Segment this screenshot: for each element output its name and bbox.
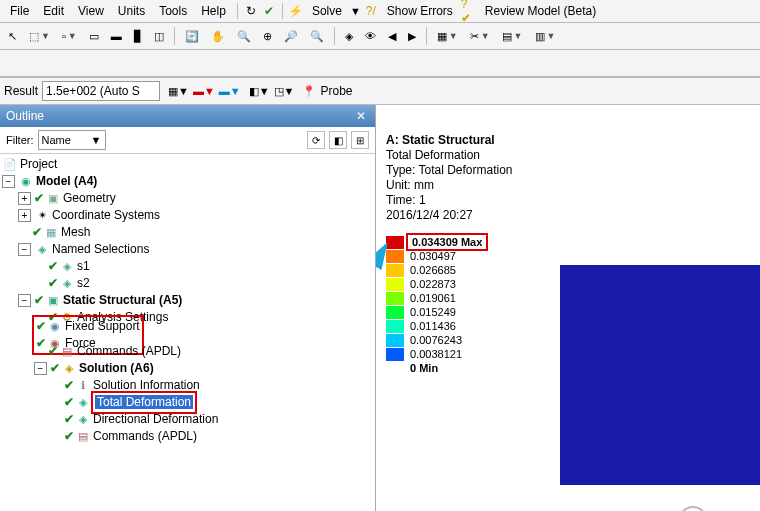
filter-label: Filter: xyxy=(6,134,34,146)
review-model-icon[interactable]: ?✔ xyxy=(461,3,477,19)
zoom-icon[interactable]: 🔎 xyxy=(280,28,302,45)
info-l2: Type: Total Deformation xyxy=(386,163,513,178)
rotate-icon[interactable]: 🔄 xyxy=(181,28,203,45)
menu-tools[interactable]: Tools xyxy=(153,2,193,20)
info-l3: Unit: mm xyxy=(386,178,513,193)
menu-view[interactable]: View xyxy=(72,2,110,20)
display-icon[interactable]: ▥▼ xyxy=(531,28,560,45)
graphics-viewer[interactable]: A: Static Structural Total Deformation T… xyxy=(376,105,760,511)
menu-help[interactable]: Help xyxy=(195,2,232,20)
solve-button[interactable]: Solve xyxy=(306,2,348,20)
menu-units[interactable]: Units xyxy=(112,2,151,20)
result-toolbar: Result 1.5e+002 (Auto S ▦▼ ▬▼ ▬▼ ◧▼ ◳▼ 📍… xyxy=(0,78,760,105)
legend-v8: 0.0038121 xyxy=(410,347,462,361)
cursor-tool-icon[interactable]: ↖ xyxy=(4,28,21,45)
info-l5: 2016/12/4 20:27 xyxy=(386,208,513,223)
box-select-icon[interactable]: ◫ xyxy=(150,28,168,45)
toolbar-display xyxy=(0,50,760,77)
model-geometry xyxy=(560,265,760,485)
zoom-box-icon[interactable]: 🔍 xyxy=(233,28,255,45)
section-icon[interactable]: ▦▼ xyxy=(433,28,462,45)
result-icon2[interactable]: ▬▼ xyxy=(193,85,215,97)
filter-expand-icon[interactable]: ⊞ xyxy=(351,131,369,149)
view-icon[interactable]: ▤▼ xyxy=(498,28,527,45)
body-select-icon[interactable]: ▊ xyxy=(130,28,146,45)
watermark-icon: ☻ xyxy=(678,506,708,511)
iso-view-icon[interactable]: ◈ xyxy=(341,28,357,45)
probe-button[interactable]: Probe xyxy=(320,84,352,98)
tree-coord[interactable]: +✴Coordinate Systems xyxy=(2,207,373,224)
zoom-fit-icon[interactable]: ⊕ xyxy=(259,28,276,45)
legend-v1: 0.030497 xyxy=(410,249,456,263)
tree-dirdef[interactable]: ✔◈Directional Deformation xyxy=(2,411,373,428)
toolbar-main: ↖ ⬚▼ ▫▼ ▭ ▬ ▊ ◫ 🔄 ✋ 🔍 ⊕ 🔎 🔍 ◈ 👁 ◀ ▶ ▦▼ ✂… xyxy=(0,23,760,50)
tree-s1[interactable]: ✔◈s1 xyxy=(2,258,373,275)
filter-row: Filter: Name▼ ⟳ ◧ ⊞ xyxy=(0,127,375,154)
tree-loads-group: ✔◉Fixed Support ✔◉Force xyxy=(2,326,373,343)
prev-view-icon[interactable]: ◀ xyxy=(384,28,400,45)
info-l1: Total Deformation xyxy=(386,148,513,163)
tree-mesh[interactable]: ✔▦Mesh xyxy=(2,224,373,241)
solve-icon[interactable]: ⚡ xyxy=(288,3,304,19)
tree-s2[interactable]: ✔◈s2 xyxy=(2,275,373,292)
outline-panel: Outline ✕ Filter: Name▼ ⟳ ◧ ⊞ 📄Project −… xyxy=(0,105,376,511)
legend-min: 0 Min xyxy=(410,361,438,375)
tree-named-sel[interactable]: −◈Named Selections xyxy=(2,241,373,258)
menu-file[interactable]: File xyxy=(4,2,35,20)
legend-v6: 0.011436 xyxy=(410,319,456,333)
menu-edit[interactable]: Edit xyxy=(37,2,70,20)
color-legend: 0.034309 Max 0.030497 0.026685 0.022873 … xyxy=(386,235,488,375)
result-scale-combo[interactable]: 1.5e+002 (Auto S xyxy=(42,81,160,101)
next-view-icon[interactable]: ▶ xyxy=(404,28,420,45)
menu-bar: File Edit View Units Tools Help ↻ ✔ ⚡ So… xyxy=(0,0,760,23)
outline-tree[interactable]: 📄Project −◉Model (A4) +✔▣Geometry +✴Coor… xyxy=(0,154,375,511)
explode-icon[interactable]: ✂▼ xyxy=(466,28,494,45)
outline-title-label: Outline xyxy=(6,109,44,123)
look-at-icon[interactable]: 👁 xyxy=(361,28,380,44)
edge-select-icon[interactable]: ▭ xyxy=(85,28,103,45)
outline-titlebar: Outline ✕ xyxy=(0,105,375,127)
vertex-select-icon[interactable]: ▫▼ xyxy=(58,28,81,44)
result-label: Result xyxy=(4,84,38,98)
face-select-icon[interactable]: ▬ xyxy=(107,28,126,44)
tree-totaldef-row[interactable]: ✔◈ Total Deformation xyxy=(2,394,373,411)
watermark: ☻ 技术邻 xyxy=(678,506,754,511)
tree-static[interactable]: −✔▣Static Structural (A5) xyxy=(2,292,373,309)
legend-v7: 0.0076243 xyxy=(410,333,462,347)
show-errors-icon[interactable]: ?/ xyxy=(363,3,379,19)
tree-fixed[interactable]: ✔◉Fixed Support xyxy=(36,318,140,335)
legend-v2: 0.026685 xyxy=(410,263,456,277)
legend-v5: 0.015249 xyxy=(410,305,456,319)
solve-dropdown-icon[interactable]: ▼ xyxy=(350,5,361,17)
result-icon3[interactable]: ▬▼ xyxy=(219,85,241,97)
legend-v4: 0.019061 xyxy=(410,291,456,305)
select-tool-icon[interactable]: ⬚▼ xyxy=(25,28,54,45)
review-model-button[interactable]: Review Model (Beta) xyxy=(479,2,602,20)
probe-icon[interactable]: 📍 xyxy=(302,85,316,98)
outline-close-icon[interactable]: ✕ xyxy=(353,108,369,124)
tree-project[interactable]: 📄Project xyxy=(2,156,373,173)
show-errors-button[interactable]: Show Errors xyxy=(381,2,459,20)
result-icon4[interactable]: ◧▼ xyxy=(249,85,270,98)
result-info: A: Static Structural Total Deformation T… xyxy=(386,133,513,223)
tree-model[interactable]: −◉Model (A4) xyxy=(2,173,373,190)
magnify-icon[interactable]: 🔍 xyxy=(306,28,328,45)
info-title: A: Static Structural xyxy=(386,133,513,148)
tree-geometry[interactable]: +✔▣Geometry xyxy=(2,190,373,207)
tree-totaldef[interactable]: Total Deformation xyxy=(95,395,193,409)
filter-combo[interactable]: Name▼ xyxy=(38,130,106,150)
filter-icon2[interactable]: ◧ xyxy=(329,131,347,149)
pan-icon[interactable]: ✋ xyxy=(207,28,229,45)
check-icon[interactable]: ✔ xyxy=(261,3,277,19)
tree-cmds1[interactable]: ✔▤Commands (APDL) xyxy=(2,343,373,360)
info-l4: Time: 1 xyxy=(386,193,513,208)
filter-icon1[interactable]: ⟳ xyxy=(307,131,325,149)
refresh-icon[interactable]: ↻ xyxy=(243,3,259,19)
content-area: Outline ✕ Filter: Name▼ ⟳ ◧ ⊞ 📄Project −… xyxy=(0,105,760,511)
tree-cmds2[interactable]: ✔▤Commands (APDL) xyxy=(2,428,373,445)
legend-v3: 0.022873 xyxy=(410,277,456,291)
result-icon5[interactable]: ◳▼ xyxy=(274,85,295,98)
result-icon1[interactable]: ▦▼ xyxy=(168,85,189,98)
tree-solution[interactable]: −✔◈Solution (A6) xyxy=(2,360,373,377)
